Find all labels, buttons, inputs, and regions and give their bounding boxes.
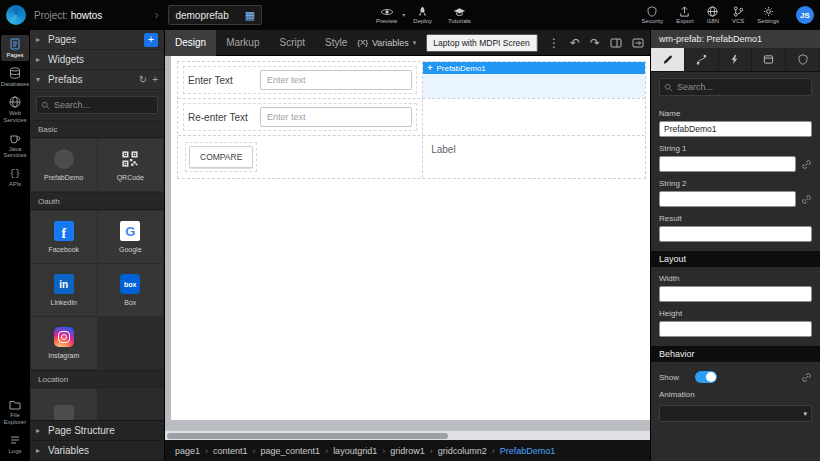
reenter-text-input[interactable] [260, 107, 412, 127]
activity-label: Pages [6, 52, 23, 59]
field-reenter-text[interactable]: Re-enter Text [183, 103, 417, 131]
bind-string1-icon[interactable] [801, 159, 812, 170]
prefab-tile-facebook[interactable]: f Facebook [31, 211, 97, 263]
horizontal-scrollbar[interactable] [165, 430, 650, 440]
tab-device[interactable] [752, 48, 786, 71]
tutorials-button[interactable]: Tutorials [448, 7, 471, 24]
tab-security[interactable] [786, 48, 820, 71]
tab-design[interactable]: Design [165, 30, 216, 56]
selection-header[interactable]: + PrefabDemo1 [423, 62, 645, 74]
prefab-tile-linkedin[interactable]: in LinkedIn [31, 264, 97, 316]
tab-markup[interactable]: Markup [216, 30, 269, 56]
prefab-search-box[interactable] [36, 96, 158, 114]
properties-search-box[interactable] [659, 78, 812, 96]
properties-search-input[interactable] [677, 82, 807, 92]
prefab-tile-qrcode[interactable]: QRCode [98, 139, 164, 191]
prefab-tile-instagram[interactable]: Instagram [31, 317, 97, 369]
breadcrumb-item-layoutgrid1[interactable]: layoutgrid1 [333, 446, 377, 456]
activity-item-java-services[interactable]: Java Services [1, 129, 29, 162]
enter-text-input[interactable] [260, 70, 412, 90]
prefab-tile-prefabdemo[interactable]: PrefabDemo [31, 139, 97, 191]
breadcrumb-item-content1[interactable]: content1 [213, 446, 248, 456]
accordion-page-structure[interactable]: ▸ Page Structure [30, 421, 164, 441]
name-input[interactable] [659, 121, 812, 137]
undo-icon[interactable]: ↶ [570, 37, 580, 49]
project-prefix: Project: [34, 10, 68, 21]
accordion-variables[interactable]: ▸ Variables [30, 441, 164, 461]
add-page-button[interactable]: + [144, 33, 158, 47]
height-input[interactable] [659, 321, 812, 337]
prefab-tile-partial[interactable] [31, 389, 97, 420]
canvas-page[interactable]: Enter Text + PrefabDemo1 [171, 56, 650, 420]
activity-item-pages[interactable]: Pages [1, 35, 29, 61]
layout-grid[interactable]: Enter Text + PrefabDemo1 [177, 61, 646, 179]
location-prefab-icon [54, 405, 74, 420]
settings-button[interactable]: Settings [757, 6, 779, 24]
activity-item-logs[interactable]: Logs [1, 431, 29, 457]
chevron-right-icon: › [430, 446, 433, 456]
open-preview-icon[interactable] [632, 37, 644, 49]
breadcrumb-item-gridrow1[interactable]: gridrow1 [390, 446, 425, 456]
breadcrumb-item-page1[interactable]: page1 [175, 446, 200, 456]
user-avatar[interactable]: JS [796, 6, 814, 24]
preview-button[interactable]: Preview ▾ [376, 7, 397, 24]
breadcrumb-item-page-content1[interactable]: page_content1 [261, 446, 321, 456]
refresh-prefabs-icon[interactable]: ↻ [139, 74, 147, 85]
tab-events[interactable] [719, 48, 753, 71]
activity-item-web-services[interactable]: Web Services [1, 93, 29, 126]
compare-button[interactable]: COMPARE [189, 146, 253, 168]
show-toggle[interactable] [695, 371, 717, 383]
tab-styles[interactable] [685, 48, 719, 71]
wavemaker-logo-icon[interactable] [6, 5, 26, 25]
result-input[interactable] [659, 226, 812, 242]
scrollbar-thumb[interactable] [167, 433, 448, 439]
grid-column-1[interactable]: COMPARE [178, 136, 423, 178]
accordion-pages[interactable]: ▸ Pages + [30, 30, 164, 50]
tab-properties[interactable] [651, 48, 685, 71]
add-prefab-icon[interactable]: + [152, 74, 158, 85]
prefab-tile-google[interactable]: G Google [98, 211, 164, 263]
activity-item-file-explorer[interactable]: File Explorer [1, 397, 29, 428]
animation-select[interactable]: ▾ [659, 405, 812, 422]
export-button[interactable]: Export [676, 6, 693, 24]
i18n-button[interactable]: i18N [707, 6, 719, 24]
accordion-prefabs[interactable]: ▾ Prefabs ↻ + [30, 70, 164, 90]
tab-style[interactable]: Style [315, 30, 357, 56]
bind-show-icon[interactable] [801, 372, 812, 383]
move-icon[interactable]: + [427, 64, 432, 73]
string2-input[interactable] [659, 191, 796, 207]
app-selector[interactable]: demoprefab ▦ [168, 5, 262, 25]
grid-column-1[interactable]: Re-enter Text [178, 99, 423, 135]
grid-icon[interactable]: ▦ [245, 10, 255, 21]
activity-item-databases[interactable]: Databases [1, 64, 29, 90]
field-enter-text[interactable]: Enter Text [183, 66, 417, 94]
security-button[interactable]: Security [642, 6, 664, 24]
device-selector[interactable]: Laptop with MDPI Screen ▾ [426, 34, 538, 52]
accordion-widgets[interactable]: ▸ Widgets [30, 50, 164, 70]
box-icon: box [120, 274, 140, 294]
redo-icon[interactable]: ↷ [590, 37, 600, 49]
prefab-tile-box[interactable]: box Box [98, 264, 164, 316]
chevron-right-icon: ▸ [36, 446, 43, 455]
grid-column-2[interactable]: Label [423, 136, 645, 178]
split-view-icon[interactable] [610, 37, 622, 49]
string1-input[interactable] [659, 156, 796, 172]
bind-string2-icon[interactable] [801, 194, 812, 205]
grid-column-1[interactable]: Enter Text [178, 62, 423, 98]
accordion-prefabs-label: Prefabs [48, 74, 134, 85]
width-input[interactable] [659, 286, 812, 302]
breadcrumb-item-gridcolumn2[interactable]: gridcolumn2 [438, 446, 487, 456]
breadcrumb-item-prefabdemo1[interactable]: PrefabDemo1 [500, 446, 556, 456]
tab-script[interactable]: Script [270, 30, 316, 56]
selection-tag-label: PrefabDemo1 [436, 64, 485, 73]
activity-item-apis[interactable]: {} APIs [1, 164, 29, 190]
vcs-button[interactable]: VCS [732, 6, 744, 24]
grid-column-2[interactable] [423, 99, 645, 135]
deploy-button[interactable]: Deploy [413, 6, 432, 24]
chevron-down-icon[interactable]: ▾ [402, 11, 405, 18]
prefab-search-input[interactable] [54, 100, 153, 110]
variables-button[interactable]: {X} Variables ▾ [357, 38, 416, 48]
string1-property-row [659, 156, 812, 172]
grid-column-2-selected[interactable]: + PrefabDemo1 [423, 62, 645, 98]
more-options-icon[interactable]: ⋮ [548, 37, 560, 49]
